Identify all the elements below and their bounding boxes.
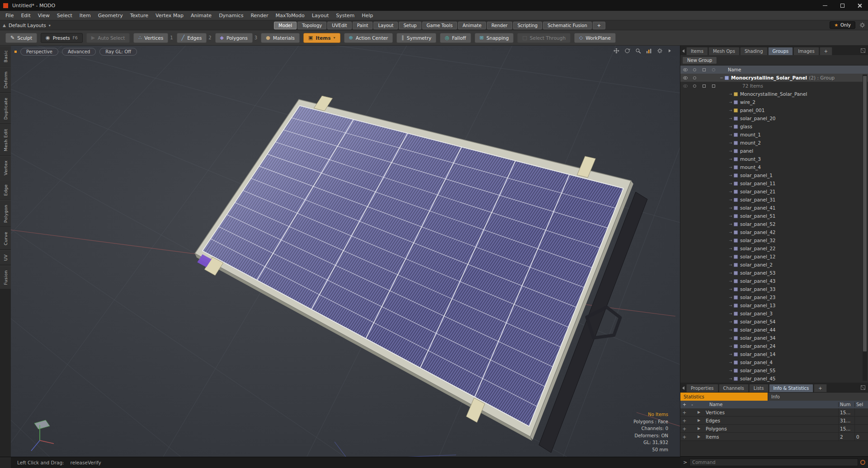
layout-tab-schematic-fusion[interactable]: Schematic Fusion	[543, 22, 592, 29]
side-tab-uv[interactable]: UV	[0, 250, 11, 265]
panel-tab-properties[interactable]: Properties	[686, 384, 718, 392]
select-through-button[interactable]: □Select Through	[517, 33, 571, 43]
layout-tab-render[interactable]: Render	[487, 22, 512, 29]
list-scrollbar[interactable]	[863, 75, 867, 381]
item-row-solar-panel-51[interactable]: →solar_panel_51	[680, 212, 868, 220]
item-row-solar-panel-44[interactable]: →solar_panel_44	[680, 326, 868, 334]
stats-row-edges[interactable]: +▶Edges31...	[680, 417, 868, 425]
expand-panel-icon[interactable]	[861, 48, 865, 53]
polygons-button[interactable]: ◆Polygons	[215, 33, 253, 43]
side-tab-duplicate[interactable]: Duplicate	[0, 93, 11, 124]
side-tab-polygon[interactable]: Polygon	[0, 200, 11, 227]
side-tab-mesh-edit[interactable]: Mesh Edit	[0, 124, 11, 156]
menu-animate[interactable]: Animate	[187, 13, 215, 19]
expand-panel-icon[interactable]	[861, 385, 865, 390]
side-tab-curve[interactable]: Curve	[0, 227, 11, 250]
viewport-settings-gear-icon[interactable]	[657, 48, 663, 54]
menu-view[interactable]: View	[34, 13, 53, 19]
item-row-solar-panel-42[interactable]: →solar_panel_42	[680, 228, 868, 236]
panel-tab-tab[interactable]: +	[814, 384, 826, 392]
filter-column-icon[interactable]	[712, 68, 715, 71]
group-count-row[interactable]: 72 Items	[680, 82, 868, 90]
render-toggle-icon[interactable]	[693, 76, 696, 80]
item-row-solar-panel-13[interactable]: →solar_panel_13	[680, 301, 868, 309]
layout-tab-uvedit[interactable]: UVEdit	[327, 22, 352, 29]
default-layouts-button[interactable]: ▲ Default Layouts ▾	[3, 20, 51, 30]
menu-help[interactable]: Help	[358, 13, 377, 19]
item-row-solar-panel-2[interactable]: →solar_panel_2	[680, 261, 868, 269]
panel-tab-lists[interactable]: Lists	[749, 384, 769, 392]
menu-texture[interactable]: Texture	[127, 13, 152, 19]
item-row-solar-panel-53[interactable]: →solar_panel_53	[680, 269, 868, 277]
item-row-mount-1[interactable]: →mount_1	[680, 131, 868, 139]
panel-tab-shading[interactable]: Shading	[740, 47, 768, 55]
select-toggle-icon[interactable]	[712, 84, 715, 88]
action-center-button[interactable]: ⊕Action Center	[344, 33, 393, 43]
lock-toggle-icon[interactable]	[703, 84, 706, 88]
snapping-button[interactable]: ⊞Snapping	[475, 33, 514, 43]
item-row-solar-panel-3[interactable]: →solar_panel_3	[680, 309, 868, 318]
subtab-statistics[interactable]: Statistics	[680, 393, 768, 401]
layout-tab-layout[interactable]: Layout	[373, 22, 398, 29]
command-history-icon[interactable]	[860, 460, 865, 465]
row-expand-arrow-icon[interactable]: ▶	[696, 426, 702, 431]
symmetry-button[interactable]: ∥Symmetry	[396, 33, 436, 43]
row-expand-arrow-icon[interactable]: ▶	[696, 435, 702, 439]
viewport-3d[interactable]: PerspectiveAdvancedRay GL: Off No ItemsP…	[11, 46, 680, 457]
item-row-wire-2[interactable]: →wire_2	[680, 98, 868, 106]
item-row-panel-001[interactable]: →panel_001	[680, 106, 868, 114]
item-row-solar-panel-1[interactable]: →solar_panel_1	[680, 171, 868, 179]
performance-meter-icon[interactable]	[646, 48, 652, 54]
side-tab-deform[interactable]: Deform	[0, 67, 11, 93]
viewport-menu-arrow-icon[interactable]	[668, 49, 672, 53]
menu-select[interactable]: Select	[53, 13, 76, 19]
side-tab-vertex[interactable]: Vertex	[0, 156, 11, 180]
item-row-solar-panel-11[interactable]: →solar_panel_11	[680, 179, 868, 187]
panel-tab-mesh-ops[interactable]: Mesh Ops	[708, 47, 740, 55]
group-row[interactable]: − Monocrystalline_Solar_Panel (2) : Grou…	[680, 74, 868, 82]
item-row-solar-panel-55[interactable]: →solar_panel_55	[680, 366, 868, 374]
item-row-solar-panel-21[interactable]: →solar_panel_21	[680, 187, 868, 196]
item-row-solar-panel-33[interactable]: →solar_panel_33	[680, 285, 868, 293]
expand-all-button[interactable]: +	[680, 402, 689, 407]
vertices-button[interactable]: ∴Vertices	[133, 33, 168, 43]
side-tab-edge[interactable]: Edge	[0, 180, 11, 201]
subtab-info[interactable]: Info	[768, 393, 868, 401]
item-row-monocrystalline-solar-panel[interactable]: →Monocrystalline_Solar_Panel	[680, 90, 868, 98]
menu-vertex-map[interactable]: Vertex Map	[152, 13, 187, 19]
menu-layout[interactable]: Layout	[308, 13, 332, 19]
panel-tab-items[interactable]: Items	[686, 47, 708, 55]
row-expand-plus[interactable]: +	[680, 410, 689, 415]
visibility-column-icon[interactable]	[683, 68, 688, 71]
item-row-mount-2[interactable]: →mount_2	[680, 139, 868, 147]
edges-button[interactable]: ╱Edges	[177, 33, 207, 43]
item-row-solar-panel-12[interactable]: →solar_panel_12	[680, 253, 868, 261]
item-row-solar-panel-24[interactable]: →solar_panel_24	[680, 342, 868, 350]
layout-tab-game-tools[interactable]: Game Tools	[422, 22, 458, 29]
layout-tab-paint[interactable]: Paint	[353, 22, 373, 29]
only-filter-button[interactable]: ★ Only	[830, 21, 855, 29]
orbit-tool-icon[interactable]	[624, 48, 630, 54]
stats-row-polygons[interactable]: +▶Polygons15...	[680, 425, 868, 433]
panel-tab-channels[interactable]: Channels	[719, 384, 749, 392]
menu-geometry[interactable]: Geometry	[94, 13, 127, 19]
settings-gear-icon[interactable]	[859, 22, 865, 28]
workplane-button[interactable]: ◇WorkPlane	[574, 33, 616, 43]
item-row-solar-panel-45[interactable]: →solar_panel_45	[680, 374, 868, 383]
render-column-icon[interactable]	[693, 68, 696, 71]
close-button[interactable]	[851, 0, 868, 11]
menu-render[interactable]: Render	[247, 13, 272, 19]
viewport-button-ray-gl-off[interactable]: Ray GL: Off	[99, 48, 137, 56]
layout-tab-tab[interactable]: +	[593, 22, 605, 29]
item-row-mount-4[interactable]: →mount_4	[680, 163, 868, 171]
item-row-solar-panel-54[interactable]: →solar_panel_54	[680, 318, 868, 326]
menu-edit[interactable]: Edit	[17, 13, 34, 19]
item-row-solar-panel-4[interactable]: →solar_panel_4	[680, 358, 868, 366]
panel-tab-images[interactable]: Images	[793, 47, 819, 55]
panel-tab-info-statistics[interactable]: Info & Statistics	[769, 384, 814, 392]
menu-item[interactable]: Item	[76, 13, 94, 19]
row-expand-arrow-icon[interactable]: ▶	[696, 410, 702, 414]
collapse-panel-icon[interactable]	[682, 386, 684, 390]
row-expand-arrow-icon[interactable]: ▶	[696, 418, 702, 422]
maximize-button[interactable]	[834, 0, 851, 11]
